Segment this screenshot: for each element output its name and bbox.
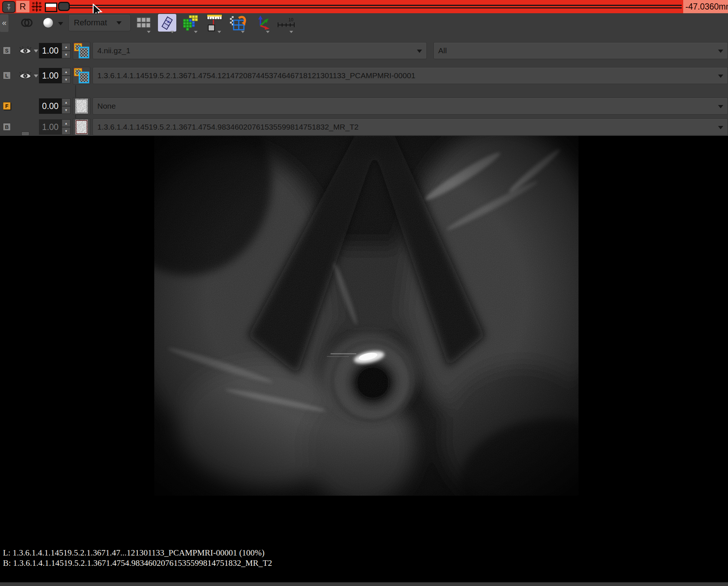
view-label: R	[16, 1, 29, 12]
spin-up-button[interactable]: ▲	[62, 98, 71, 106]
foreground-row: F 0.00 ▲ ▼ None	[0, 96, 728, 116]
slice-offset-slider-handle[interactable]	[58, 2, 70, 11]
grid-arrow-icon	[229, 14, 246, 31]
segmentation-row: S 1.00 ▲ ▼ 4	[0, 41, 728, 61]
background-opacity-spinbox: 1.00 ▲ ▼	[39, 119, 71, 135]
collapse-panel-button[interactable]: «	[0, 14, 8, 32]
label-layer-button[interactable]	[73, 67, 90, 84]
label-badge: L	[3, 72, 11, 79]
segment-filter-selector[interactable]: All	[433, 42, 728, 59]
corner-annotation: L: 1.3.6.1.4.1.14519.5.2.1.3671.47...121…	[3, 548, 272, 568]
spin-down-button[interactable]: ▼	[62, 106, 71, 114]
orientation-axes-button[interactable]	[253, 14, 272, 32]
segment-filter-caret	[718, 50, 723, 53]
label-outline-icon	[183, 15, 199, 31]
spin-up-button[interactable]: ▲	[62, 68, 71, 76]
visibility-sphere-icon[interactable]	[43, 18, 53, 28]
spin-down-button[interactable]: ▼	[62, 127, 71, 135]
label-volume-value: 1.3.6.1.4.1.14519.5.2.1.3671.4754.121472…	[97, 71, 415, 80]
reformat-widget-button[interactable]	[228, 14, 247, 32]
visibility-menu-caret[interactable]	[58, 22, 63, 25]
pin-icon	[6, 3, 12, 11]
orientation-selector[interactable]: Reformat	[68, 14, 131, 31]
background-volume-selector[interactable]: 1.3.6.1.4.1.14519.5.2.1.3671.4754.983460…	[93, 119, 728, 135]
spin-down-button[interactable]: ▼	[62, 76, 71, 83]
segmentation-opacity-value[interactable]: 1.00	[39, 43, 62, 58]
label-layer-annotation: L: 1.3.6.1.4.1.14519.5.2.1.3671.47...121…	[3, 548, 272, 558]
orientation-label: Reformat	[74, 18, 107, 28]
slice-rectangle-icon[interactable]	[45, 3, 57, 12]
slice-viewport[interactable]: L: 1.3.6.1.4.1.14519.5.2.1.3671.47...121…	[0, 136, 728, 582]
foreground-volume-caret	[718, 105, 723, 108]
background-volume-caret	[718, 126, 723, 129]
segmentation-selector[interactable]: 4.nii.gz_1	[93, 42, 427, 59]
lightbox-button[interactable]	[134, 14, 153, 32]
svg-text:10: 10	[288, 17, 293, 22]
foreground-volume-value: None	[97, 102, 116, 111]
spin-up-button[interactable]: ▲	[62, 119, 71, 127]
mri-slice-image[interactable]	[154, 136, 579, 496]
background-layer-annotation: B: 1.3.6.1.4.1.14519.5.2.1.3671.4754.983…	[3, 558, 272, 568]
slice-controller-panel: « Reformat	[0, 13, 728, 136]
label-row: L 1.00 ▲ ▼ 1	[0, 66, 728, 86]
segment-filter-value: All	[438, 46, 447, 55]
spin-up-button[interactable]: ▲	[62, 43, 71, 51]
segmentation-visibility-caret[interactable]	[34, 50, 38, 53]
ruler-ticks-icon: 10	[277, 17, 295, 28]
foreground-opacity-value[interactable]: 0.00	[39, 98, 62, 114]
foreground-badge: F	[3, 102, 11, 110]
slice-offset-slider-track[interactable]	[59, 5, 682, 8]
label-volume-selector[interactable]: 1.3.6.1.4.1.14519.5.2.1.3671.4754.121472…	[93, 67, 728, 84]
background-opacity-value: 1.00	[39, 119, 62, 135]
lightbox-grid-icon	[137, 17, 151, 28]
slice-offset-value: -47.0360mm	[683, 0, 728, 13]
label-volume-caret	[718, 75, 723, 78]
rgb-axes-icon	[255, 15, 271, 31]
segmentation-visibility-eye-icon[interactable]	[18, 46, 32, 56]
link-rings-icon	[20, 17, 34, 29]
label-visibility-caret[interactable]	[34, 75, 38, 77]
noise-thumbnail-icon	[75, 120, 88, 134]
foreground-layer-button[interactable]	[73, 97, 90, 115]
ruler-marker-icon	[206, 14, 223, 32]
ruler-annotation-button[interactable]	[205, 14, 223, 32]
slice-offset-bar: R -47.0360mm	[0, 0, 728, 14]
spin-down-button[interactable]: ▼	[62, 51, 71, 58]
background-volume-value: 1.3.6.1.4.1.14519.5.2.1.3671.4754.983460…	[97, 123, 358, 131]
segmentation-opacity-spinbox[interactable]: 1.00 ▲ ▼	[39, 43, 71, 58]
crosshair-grid-icon[interactable]	[32, 1, 42, 12]
layer-stack-icon	[73, 68, 90, 84]
background-row: B 1.00 ▲ ▼ 1.3.6.1.4.1.14519.5.2.1.3671.…	[0, 117, 728, 137]
layer-stack-icon	[73, 43, 90, 59]
pin-button[interactable]	[2, 1, 15, 13]
label-visibility-eye-icon[interactable]	[18, 71, 32, 81]
segmentation-layer-button[interactable]	[73, 42, 90, 59]
link-views-button[interactable]	[18, 14, 36, 32]
orientation-caret	[116, 21, 122, 25]
slicer-red-slice-view: R -47.0360mm « Reforma	[0, 0, 728, 586]
slice-model-visibility-button[interactable]	[158, 14, 176, 32]
foreground-volume-selector[interactable]: None	[93, 98, 728, 115]
segmentation-selector-value: 4.nii.gz_1	[97, 46, 130, 55]
label-opacity-value[interactable]: 1.00	[39, 68, 62, 83]
noise-thumbnail-icon	[75, 99, 88, 113]
segmentation-badge: S	[3, 47, 11, 54]
foreground-opacity-spinbox[interactable]: 0.00 ▲ ▼	[39, 98, 71, 114]
bottom-panel-strip	[0, 582, 728, 586]
background-badge: B	[3, 123, 11, 131]
label-opacity-spinbox[interactable]: 1.00 ▲ ▼	[39, 68, 71, 83]
background-layer-button[interactable]	[73, 118, 90, 136]
ruler-scale-button[interactable]: 10	[277, 14, 295, 32]
segmentation-selector-caret	[417, 50, 422, 53]
slice-plane-icon	[159, 14, 176, 31]
label-outline-button[interactable]	[181, 14, 200, 32]
